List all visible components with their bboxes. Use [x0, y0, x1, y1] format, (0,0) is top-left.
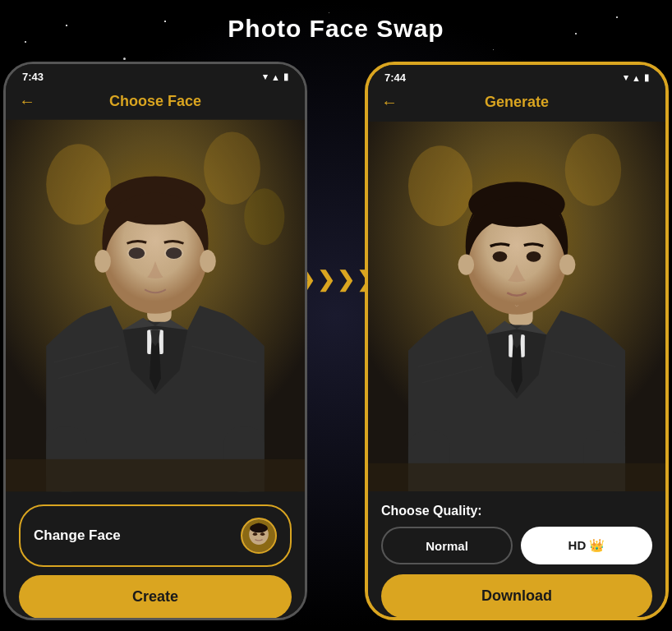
man-photo-left: [6, 117, 305, 495]
svg-point-11: [164, 246, 184, 260]
quality-normal-button[interactable]: Normal: [381, 527, 513, 564]
wifi-icon-right: ▲: [632, 73, 641, 83]
svg-rect-19: [6, 459, 305, 491]
signal-icon-right: ▾: [624, 72, 628, 83]
create-button[interactable]: Create: [19, 575, 292, 619]
svg-point-26: [408, 145, 472, 226]
status-icons-right: ▾ ▲ ▮: [624, 72, 649, 83]
svg-point-2: [204, 131, 260, 205]
face-thumbnail: [241, 518, 277, 554]
svg-point-32: [493, 251, 508, 262]
phone-bottom-right: Choose Quality: Normal HD 👑 Download: [368, 495, 665, 620]
time-left: 7:43: [22, 71, 44, 83]
nav-title-left: Choose Face: [109, 93, 201, 110]
svg-rect-38: [368, 463, 665, 491]
svg-point-10: [127, 246, 147, 260]
right-phone: 7:44 ▾ ▲ ▮ ← Generate: [365, 62, 669, 620]
nav-bar-left: ← Choose Face: [6, 86, 305, 117]
page-title: Photo Face Swap: [0, 15, 672, 43]
left-phone: 7:43 ▾ ▲ ▮ ← Choose Face: [3, 62, 307, 620]
quality-hd-button[interactable]: HD 👑: [521, 527, 652, 564]
nav-bar-right: ← Generate: [368, 87, 665, 117]
svg-point-35: [559, 254, 576, 274]
svg-point-22: [250, 523, 268, 532]
svg-point-13: [200, 250, 216, 273]
arrow-3: ❯: [337, 267, 355, 292]
nav-title-right: Generate: [485, 94, 549, 111]
svg-point-3: [244, 188, 284, 245]
svg-point-33: [527, 251, 541, 262]
battery-icon: ▮: [283, 71, 288, 82]
quality-label: Choose Quality:: [381, 504, 652, 518]
status-bar-left: 7:43 ▾ ▲ ▮: [6, 64, 305, 86]
svg-point-27: [565, 134, 621, 206]
svg-point-34: [458, 254, 475, 274]
arrow-container: ❯ ❯ ❯ ❯: [307, 267, 365, 292]
phone-bottom-left: Change Face Create: [6, 495, 305, 620]
arrow-2: ❯: [317, 267, 335, 292]
back-button-right[interactable]: ←: [381, 93, 398, 112]
photo-area-left: [6, 117, 305, 495]
arrows: ❯ ❯ ❯ ❯: [297, 267, 375, 292]
svg-point-1: [46, 144, 111, 224]
wifi-icon: ▲: [271, 72, 280, 82]
battery-icon-right: ▮: [644, 72, 649, 83]
photo-area-right: [368, 117, 665, 495]
time-right: 7:44: [384, 71, 406, 84]
quality-options: Normal HD 👑: [381, 527, 652, 564]
man-photo-right: [368, 117, 665, 495]
signal-icon: ▾: [263, 71, 268, 82]
svg-point-23: [253, 532, 257, 536]
back-button-left[interactable]: ←: [19, 92, 35, 111]
download-button[interactable]: Download: [381, 574, 652, 618]
svg-point-24: [260, 532, 265, 536]
change-face-label: Change Face: [34, 527, 121, 544]
status-bar-right: 7:44 ▾ ▲ ▮: [368, 65, 665, 87]
change-face-button[interactable]: Change Face: [19, 504, 292, 567]
svg-point-12: [94, 250, 111, 273]
status-icons-left: ▾ ▲ ▮: [263, 71, 288, 82]
